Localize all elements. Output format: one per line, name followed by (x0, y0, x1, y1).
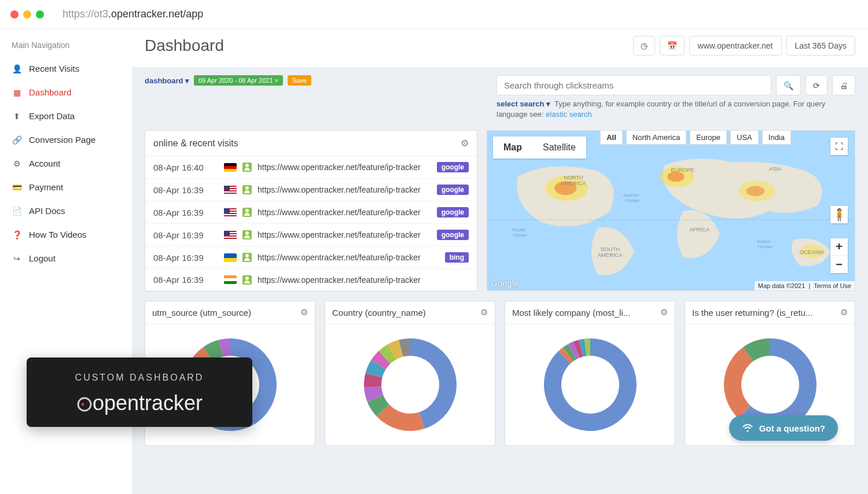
map-panel[interactable]: NORTH AMERICA EUROPE ASIA AFRICA SOUTH A… (487, 130, 855, 291)
svg-point-23 (78, 398, 91, 411)
upload-icon: ⬆ (12, 112, 22, 121)
google-logo: Google (491, 278, 518, 288)
visit-row[interactable]: 08-Apr 16:40 https://www.opentracker.net… (145, 156, 477, 179)
visitor-icon (242, 208, 252, 217)
region-tab-north-america[interactable]: North America (626, 130, 686, 145)
date-range-button[interactable]: Last 365 Days (786, 36, 856, 56)
fullscreen-icon: ⛶ (835, 142, 843, 151)
sidebar-item-payment[interactable]: 💳Payment (0, 175, 132, 199)
sidebar-item-label: Recent Visits (29, 64, 79, 73)
content-row: online & recent visits ⚙ 08-Apr 16:40 ht… (132, 124, 868, 301)
visit-row[interactable]: 08-Apr 16:39 https://www.opentracker.net… (145, 179, 477, 201)
source-badge: google (437, 185, 469, 195)
minimize-window-icon[interactable] (23, 10, 31, 19)
region-tab-all[interactable]: All (600, 130, 623, 145)
address-bar[interactable]: https://ot3.opentracker.net/app (62, 8, 203, 20)
page-title: Dashboard (145, 36, 224, 55)
search-hint: select search ▾ Type anything, for examp… (496, 99, 855, 120)
url-subdomain: https://ot3 (62, 8, 108, 20)
visit-time: 08-Apr 16:39 (153, 185, 218, 195)
help-label: Got a question? (759, 423, 825, 433)
chart-title: Most likely company (most_li... (512, 308, 630, 318)
sidebar-item-account[interactable]: ⚙Account (0, 152, 132, 175)
clock-button[interactable]: ◷ (633, 36, 655, 56)
map-zoom-controls: + − (830, 238, 848, 273)
logout-icon: ↪ (12, 254, 22, 263)
map-tab-satellite[interactable]: Satellite (532, 137, 586, 158)
visit-row[interactable]: 08-Apr 16:39 https://www.opentracker.net… (145, 224, 477, 246)
print-button[interactable]: 🖨 (832, 75, 855, 95)
chart-settings-icon[interactable]: ⚙ (660, 307, 668, 318)
svg-text:Pacific: Pacific (512, 227, 526, 233)
chart-header: Country (country_name) ⚙ (325, 301, 495, 324)
sidebar-item-api-docs[interactable]: 📄API Docs (0, 199, 132, 223)
region-tab-india[interactable]: India (762, 130, 791, 145)
zoom-in-button[interactable]: + (830, 238, 848, 256)
svg-text:Atlantic: Atlantic (623, 193, 639, 198)
svg-text:AFRICA: AFRICA (689, 227, 710, 233)
card-icon: 💳 (12, 183, 22, 192)
sidebar-item-label: API Docs (29, 206, 65, 216)
sidebar-item-dashboard[interactable]: ▦Dashboard (0, 80, 132, 104)
sidebar-item-conversion-page[interactable]: 🔗Conversion Page (0, 128, 132, 152)
svg-text:EUROPE: EUROPE (671, 168, 694, 174)
zoom-out-button[interactable]: − (830, 256, 848, 273)
svg-point-25 (746, 430, 748, 432)
search-input[interactable] (496, 75, 771, 95)
sidebar-item-export-data[interactable]: ⬆Export Data (0, 104, 132, 128)
map-tab-map[interactable]: Map (493, 137, 532, 158)
chart-panel: Most likely company (most_li... ⚙ (505, 301, 675, 446)
visit-time: 08-Apr 16:39 (153, 230, 218, 240)
visits-panel-title: online & recent visits (153, 138, 238, 149)
terms-link[interactable]: Terms of Use (814, 282, 851, 289)
chart-settings-icon[interactable]: ⚙ (480, 307, 488, 318)
maximize-window-icon[interactable] (36, 10, 44, 19)
visits-panel: online & recent visits ⚙ 08-Apr 16:40 ht… (145, 130, 477, 292)
region-tab-usa[interactable]: USA (730, 130, 759, 145)
visit-row[interactable]: 08-Apr 16:39 https://www.opentracker.net… (145, 269, 477, 291)
header-controls: ◷ 📅 www.opentracker.net Last 365 Days (633, 36, 855, 56)
flag-ua-icon (224, 253, 237, 262)
chart-title: Country (country_name) (332, 308, 426, 318)
calendar-button[interactable]: 📅 (660, 36, 685, 56)
chart-body (505, 324, 675, 445)
dashboard-dropdown[interactable]: dashboard ▾ (145, 76, 189, 85)
chart-settings-icon[interactable]: ⚙ (300, 307, 308, 318)
sidebar-item-logout[interactable]: ↪Logout (0, 246, 132, 270)
select-search-link[interactable]: select search ▾ (496, 99, 550, 108)
site-selector[interactable]: www.opentracker.net (689, 36, 782, 56)
svg-text:Ocean: Ocean (625, 198, 639, 204)
streetview-pegman-icon[interactable]: 🧍 (830, 206, 848, 223)
visit-url: https://www.opentracker.net/feature/ip-t… (258, 253, 439, 262)
visits-panel-settings-icon[interactable]: ⚙ (461, 138, 469, 149)
svg-text:AMERICA: AMERICA (598, 253, 623, 259)
search-button[interactable]: 🔍 (776, 75, 801, 95)
sidebar-item-how-to-videos[interactable]: ❓How To Videos (0, 223, 132, 246)
visit-time: 08-Apr 16:39 (153, 275, 218, 285)
chart-settings-icon[interactable]: ⚙ (840, 307, 848, 318)
close-window-icon[interactable] (10, 10, 19, 19)
map-view-tabs: Map Satellite (493, 137, 586, 158)
map-region-tabs: AllNorth AmericaEuropeUSAIndia (600, 130, 791, 145)
flag-us-icon (224, 186, 237, 194)
user-icon: 👤 (12, 64, 22, 73)
refresh-button[interactable]: ⟳ (806, 75, 827, 95)
svg-point-6 (746, 186, 765, 197)
map-fullscreen-button[interactable]: ⛶ (830, 138, 848, 155)
sidebar-item-recent-visits[interactable]: 👤Recent Visits (0, 57, 132, 80)
source-badge: bing (445, 252, 469, 263)
help-bubble[interactable]: Got a question? (729, 415, 838, 441)
visit-time: 08-Apr 16:40 (153, 163, 218, 172)
source-badge: google (437, 230, 469, 240)
flag-de-icon (224, 163, 237, 172)
visit-url: https://www.opentracker.net/feature/ip-t… (258, 275, 469, 285)
svg-text:AMERICA: AMERICA (561, 181, 586, 187)
svg-text:OCEANIA: OCEANIA (800, 250, 825, 256)
visit-row[interactable]: 08-Apr 16:39 https://www.opentracker.net… (145, 201, 477, 224)
date-range-badge[interactable]: 09 Apr 2020 - 08 Apr 2021 × (194, 75, 283, 86)
save-button[interactable]: Save (288, 75, 311, 86)
sidebar-item-label: Export Data (29, 111, 75, 121)
visit-row[interactable]: 08-Apr 16:39 https://www.opentracker.net… (145, 246, 477, 269)
region-tab-europe[interactable]: Europe (690, 130, 727, 145)
elastic-search-link[interactable]: elastic search (546, 110, 591, 119)
